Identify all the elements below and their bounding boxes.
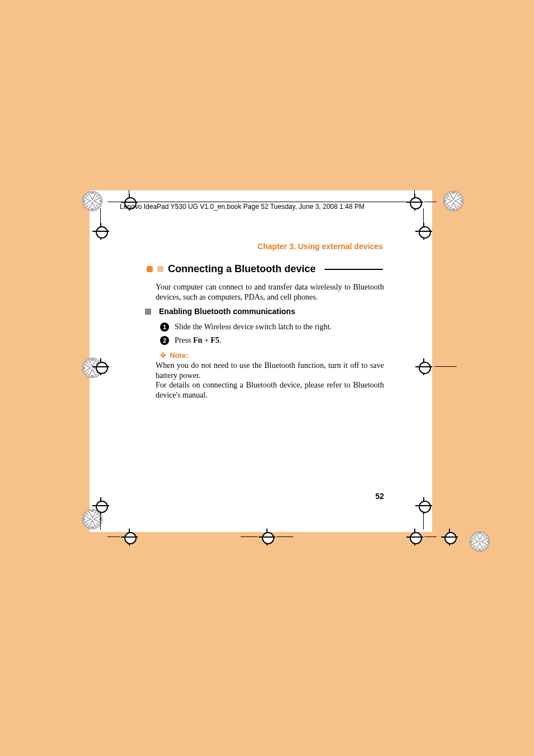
step-2-post: . bbox=[219, 336, 222, 344]
note-body: When you do not need to use the Bluetoot… bbox=[156, 361, 384, 400]
sub-title: Enabling Bluetooth communications bbox=[159, 307, 295, 316]
registration-cross-icon bbox=[415, 223, 432, 240]
section-rule bbox=[325, 269, 383, 270]
key-fn: Fn bbox=[193, 336, 202, 344]
decorative-band-top bbox=[0, 0, 534, 190]
registration-cross-icon bbox=[92, 223, 109, 240]
registration-cross-icon bbox=[441, 529, 458, 545]
page: Lenovo IdeaPad Y530 UG V1.0_en.book Page… bbox=[0, 0, 534, 756]
steps-list: 1 Slide the Wireless device switch latch… bbox=[160, 323, 384, 349]
book-header-text: Lenovo IdeaPad Y530 UG V1.0_en.book Page… bbox=[120, 203, 364, 211]
note-label: Note: bbox=[170, 351, 188, 360]
registration-cross-icon bbox=[92, 497, 109, 514]
decorative-band-left bbox=[0, 190, 90, 532]
decorative-band-bottom bbox=[0, 532, 534, 756]
key-f5: F5 bbox=[210, 336, 219, 344]
crop-line bbox=[100, 208, 101, 224]
registration-cross-icon bbox=[406, 529, 423, 545]
crop-line bbox=[277, 536, 293, 537]
sub-heading-row: Enabling Bluetooth communications bbox=[145, 307, 295, 316]
step-number-icon: 1 bbox=[160, 323, 169, 332]
step-number-icon: 2 bbox=[160, 336, 169, 345]
header-rule bbox=[120, 202, 414, 202]
chapter-heading: Chapter 3. Using external devices bbox=[257, 242, 383, 251]
note-row: ✤ Note: bbox=[160, 351, 188, 360]
crop-line bbox=[129, 190, 129, 197]
crop-line bbox=[414, 190, 415, 197]
step-1: 1 Slide the Wireless device switch latch… bbox=[160, 323, 384, 332]
registration-cross-icon bbox=[92, 358, 109, 375]
crop-line bbox=[424, 202, 437, 202]
crop-line bbox=[100, 514, 101, 530]
bullet-peach-icon bbox=[157, 266, 163, 272]
sub-bullet-icon bbox=[145, 309, 151, 315]
page-number: 52 bbox=[375, 492, 384, 501]
registration-cross-icon bbox=[121, 529, 138, 545]
crop-line bbox=[107, 202, 120, 202]
note-line-2: For details on connecting a Bluetooth de… bbox=[156, 381, 384, 399]
crop-line bbox=[424, 536, 437, 537]
intro-paragraph: Your computer can connect to and transfe… bbox=[156, 282, 384, 302]
crop-line bbox=[107, 536, 120, 537]
section-heading-row: Connecting a Bluetooth device bbox=[147, 263, 383, 275]
registration-cross-icon bbox=[259, 529, 275, 545]
step-2-plus: + bbox=[202, 336, 210, 344]
registration-rosette-icon bbox=[83, 192, 102, 211]
step-2-text: Press Fn + F5. bbox=[175, 336, 221, 345]
crop-line bbox=[241, 536, 257, 537]
note-line-1: When you do not need to use the Bluetoot… bbox=[156, 361, 384, 380]
step-2: 2 Press Fn + F5. bbox=[160, 336, 384, 345]
registration-cross-icon bbox=[415, 497, 432, 514]
decorative-band-right bbox=[432, 190, 534, 532]
crop-line bbox=[434, 366, 457, 367]
registration-cross-icon bbox=[406, 194, 423, 211]
registration-rosette-icon bbox=[444, 192, 463, 211]
bullet-orange-icon bbox=[147, 266, 153, 272]
step-1-text: Slide the Wireless device switch latch t… bbox=[175, 323, 331, 332]
section-title: Connecting a Bluetooth device bbox=[168, 263, 316, 275]
crop-line bbox=[423, 514, 424, 530]
step-2-pre: Press bbox=[175, 336, 193, 344]
registration-rosette-icon bbox=[470, 532, 489, 551]
registration-cross-icon bbox=[415, 358, 432, 375]
note-icon: ✤ bbox=[160, 352, 166, 359]
crop-line bbox=[423, 208, 424, 224]
